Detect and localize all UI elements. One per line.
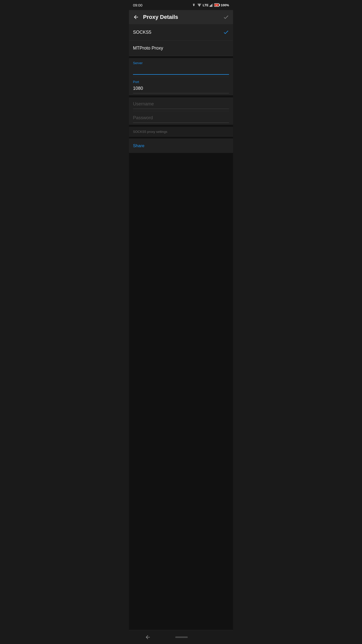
section-divider-3 [129,125,233,127]
nav-bar [129,630,233,644]
share-label: Share [133,143,144,148]
confirm-button[interactable] [221,12,231,22]
svg-rect-1 [210,6,210,7]
mtproto-label: MTProto Proxy [133,46,163,51]
battery-icon: + [214,3,220,7]
socks5-selected-icon [223,29,229,35]
app-bar: Proxy Details [129,10,233,24]
bottom-empty-area [129,153,233,630]
section-divider [129,56,233,58]
username-input[interactable] [133,100,229,109]
share-section[interactable]: Share [129,139,233,153]
form-section: Server Port [129,58,233,95]
back-button[interactable] [131,12,141,22]
svg-rect-4 [212,4,213,7]
server-input[interactable] [133,66,229,75]
wifi-icon [192,3,196,7]
svg-rect-3 [211,4,212,7]
password-input[interactable] [133,114,229,123]
username-field [133,97,229,111]
status-icons: LTE + 100% [192,3,229,7]
password-field [133,111,229,125]
svg-rect-6 [219,4,220,6]
hint-text: SOCKS5 proxy settings [133,130,167,134]
section-divider-2 [129,95,233,97]
status-time: 09:00 [133,3,143,7]
nav-back-button[interactable] [137,632,158,643]
content-area: SOCKS5 MTProto Proxy Server Port [129,24,233,153]
wifi-signal-icon [197,3,202,7]
socks5-label: SOCKS5 [133,30,151,35]
svg-rect-2 [210,5,211,7]
port-field: Port [133,77,229,95]
server-label: Server [133,61,229,65]
svg-text:+: + [216,4,217,7]
credentials-section [129,97,233,125]
battery-indicator: + 100% [214,3,229,7]
server-field: Server [133,58,229,77]
proxy-type-mtproto[interactable]: MTProto Proxy [129,41,233,56]
port-label: Port [133,80,229,84]
battery-percent: 100% [221,3,229,7]
signal-icon [210,3,213,7]
proxy-type-socks5[interactable]: SOCKS5 [129,24,233,41]
lte-label: LTE [203,3,209,7]
port-input[interactable] [133,85,229,93]
status-bar: 09:00 LTE [129,0,233,10]
page-title: Proxy Details [143,14,221,20]
svg-point-0 [199,6,200,7]
nav-home-pill[interactable] [175,636,188,638]
hint-section: SOCKS5 proxy settings [129,127,233,137]
section-divider-4 [129,137,233,139]
